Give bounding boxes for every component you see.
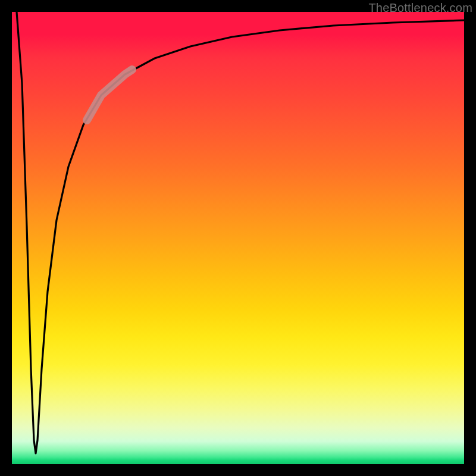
plot-area bbox=[12, 12, 464, 464]
chart-frame: TheBottleneck.com bbox=[0, 0, 476, 476]
attribution-label: TheBottleneck.com bbox=[368, 1, 472, 15]
